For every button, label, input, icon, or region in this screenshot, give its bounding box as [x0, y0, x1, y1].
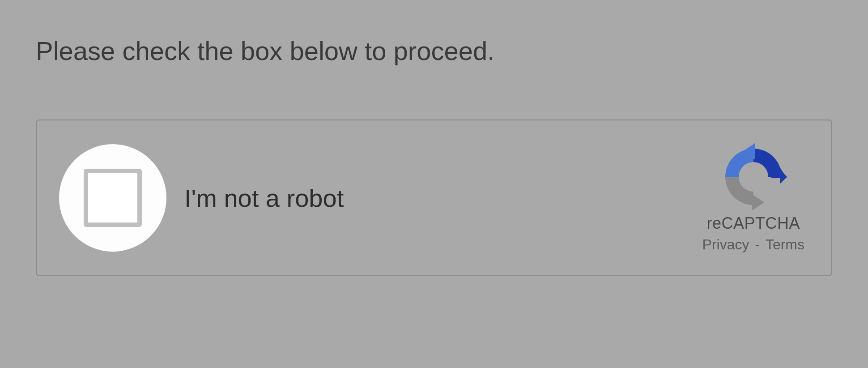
recaptcha-brand-text: reCAPTCHA [707, 214, 800, 233]
recaptcha-terms-link[interactable]: Terms [766, 236, 804, 252]
captcha-left-group: I'm not a robot [59, 144, 344, 252]
recaptcha-legal-links: Privacy - Terms [702, 236, 804, 253]
recaptcha-label: I'm not a robot [184, 184, 344, 213]
instruction-text: Please check the box below to proceed. [36, 36, 832, 66]
checkbox-halo [59, 144, 166, 252]
link-separator: - [751, 236, 763, 252]
recaptcha-privacy-link[interactable]: Privacy [702, 236, 749, 252]
recaptcha-branding: reCAPTCHA Privacy - Terms [702, 143, 809, 253]
recaptcha-widget: I'm not a robot reCAPTCHA Privacy - T [36, 120, 832, 276]
recaptcha-checkbox[interactable] [84, 169, 142, 227]
recaptcha-logo-icon [720, 143, 787, 210]
captcha-container: Please check the box below to proceed. I… [0, 0, 868, 276]
